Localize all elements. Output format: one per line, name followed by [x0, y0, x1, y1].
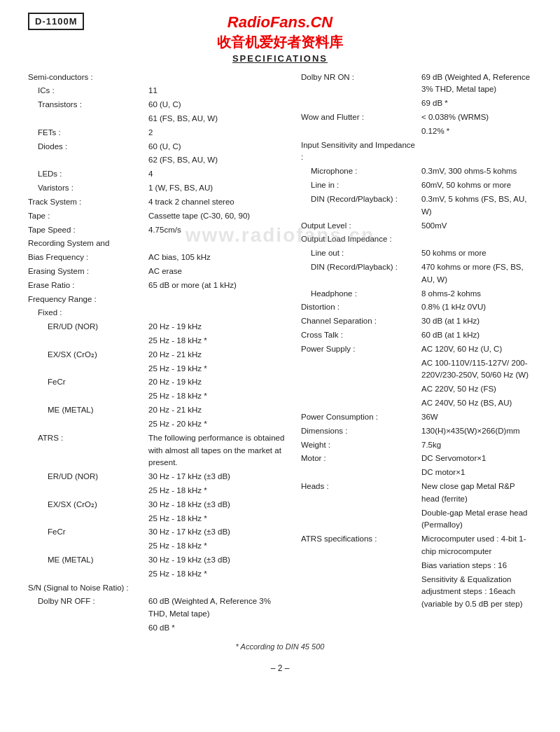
spec-row: ER/UD (NOR)30 Hz - 17 kHz (±3 dB): [28, 470, 287, 484]
spec-label: Fixed :: [28, 306, 147, 320]
spec-label: [301, 506, 420, 533]
spec-row: Track System :4 track 2 channel stereo: [28, 195, 287, 209]
spec-label: Recording System and: [28, 237, 147, 251]
spec-label-text: Recording System and: [28, 239, 109, 247]
spec-row: DIN (Record/Playback) :470 kohms or more…: [301, 261, 532, 287]
spec-value: 60 dB (at 1 kHz): [420, 329, 532, 343]
spec-row: 25 Hz - 18 kHz *: [28, 484, 287, 498]
spec-value-text: New close gap Metal R&P head (ferrite): [421, 482, 514, 503]
spec-value-text: 500mV: [421, 221, 447, 230]
spec-label-text: Frequency Range :: [28, 295, 97, 303]
spec-row: 25 Hz - 18 kHz *: [28, 389, 287, 403]
spec-row: Double-gap Metal erase head (Permalloy): [301, 506, 532, 533]
spec-row: AC 100-110V/115-127V/ 200-220V/230-250V,…: [301, 357, 532, 383]
spec-label: [301, 573, 420, 612]
model-badge: D-1100M: [28, 13, 84, 30]
spec-row: Cross Talk :60 dB (at 1 kHz): [301, 329, 532, 343]
spec-table: Dolby NR ON :69 dB (Weighted A, Referenc…: [301, 71, 532, 612]
spec-label: Distortion :: [301, 301, 420, 315]
spec-label: [301, 357, 420, 383]
spec-value-text: 20 Hz - 21 kHz: [148, 406, 202, 414]
spec-row: FETs :2: [28, 126, 287, 140]
spec-value: 30 Hz - 18 kHz (±3 dB): [147, 498, 287, 512]
spec-value: 20 Hz - 19 kHz: [147, 375, 287, 389]
spec-label: Channel Separation :: [301, 315, 420, 329]
spec-label: Dimensions :: [301, 424, 420, 438]
spec-label-text: Microphone :: [311, 167, 357, 175]
spec-label: EX/SX (CrO₂): [28, 498, 147, 512]
spec-value-text: 61 (FS, BS, AU, W): [148, 114, 218, 123]
spec-value-text: 60mV, 50 kohms or more: [421, 181, 511, 189]
spec-row: Frequency Range :: [28, 293, 287, 307]
spec-value: Sensitivity & Equalization adjustment st…: [420, 573, 532, 612]
spec-label: [28, 621, 147, 635]
spec-row: Output Load Impedance :: [301, 233, 532, 247]
spec-label: S/N (Signal to Noise Ratio) :: [28, 581, 147, 595]
spec-label-text: EX/SX (CrO₂): [48, 350, 97, 359]
spec-value-text: 20 Hz - 19 kHz: [148, 378, 202, 386]
spec-value: AC 120V, 60 Hz (U, C): [420, 343, 532, 357]
spec-value: 62 (FS, BS, AU, W): [147, 153, 287, 167]
spec-label: ER/UD (NOR): [28, 470, 147, 484]
spec-label-text: Line in :: [311, 181, 339, 189]
spec-value-text: 2: [148, 128, 153, 137]
spec-label: [301, 396, 420, 410]
spec-label: [28, 567, 147, 581]
spec-label: Frequency Range :: [28, 293, 147, 307]
spec-label-text: Headphone :: [311, 289, 357, 298]
spec-row: Sensitivity & Equalization adjustment st…: [301, 573, 532, 612]
spec-row: 60 dB *: [28, 621, 287, 635]
spec-label-text: Line out :: [311, 249, 344, 257]
spec-label-text: Fixed :: [38, 308, 62, 317]
spec-row: AC 240V, 50 Hz (BS, AU): [301, 396, 532, 410]
spec-label-text: Power Consumption :: [301, 413, 378, 421]
spec-label: Erasing System :: [28, 265, 147, 279]
spec-value-text: 30 dB (at 1 kHz): [421, 317, 479, 325]
spec-title: SPECIFICATIONS: [28, 53, 532, 64]
spec-value: New close gap Metal R&P head (ferrite): [420, 480, 532, 506]
spec-value: 4.75cm/s: [147, 223, 287, 237]
spec-row: FeCr30 Hz - 17 kHz (±3 dB): [28, 525, 287, 539]
spec-value-text: 25 Hz - 18 kHz *: [148, 486, 207, 495]
spec-value: 60 dB *: [147, 621, 287, 635]
spec-label: Power Supply :: [301, 343, 420, 357]
spec-value-text: 30 Hz - 17 kHz (±3 dB): [148, 472, 230, 481]
spec-label: [28, 389, 147, 403]
spec-row: ATRS :The following performance is obtai…: [28, 431, 287, 470]
spec-label-text: DIN (Record/Playback) :: [311, 195, 398, 203]
spec-value-text: 8 ohms-2 kohms: [421, 289, 481, 298]
spec-row: Bias variation steps : 16: [301, 559, 532, 573]
spec-row: EX/SX (CrO₂)30 Hz - 18 kHz (±3 dB): [28, 498, 287, 512]
spec-label-text: Tape :: [28, 212, 50, 220]
spec-label: [301, 97, 420, 111]
spec-label: ATRS :: [28, 431, 147, 470]
spec-label-text: ER/UD (NOR): [48, 472, 98, 481]
spec-value-text: 25 Hz - 18 kHz *: [148, 541, 207, 550]
spec-row: Power Consumption :36W: [301, 410, 532, 424]
spec-row: Channel Separation :30 dB (at 1 kHz): [301, 315, 532, 329]
spec-value-text: 1 (W, FS, BS, AU): [148, 184, 213, 192]
spec-value-text: 50 kohms or more: [421, 249, 486, 257]
spec-row: 69 dB *: [301, 97, 532, 111]
spec-value-text: 130(H)×435(W)×266(D)mm: [421, 427, 520, 435]
spec-value: 25 Hz - 18 kHz *: [147, 334, 287, 348]
spec-value: 500mV: [420, 219, 532, 233]
spec-label: ME (METAL): [28, 403, 147, 417]
spec-value: 25 Hz - 18 kHz *: [147, 567, 287, 581]
spec-label: [28, 484, 147, 498]
spec-row: Erase Ratio :65 dB or more (at 1 kHz): [28, 279, 287, 293]
spec-value-text: 65 dB or more (at 1 kHz): [148, 281, 237, 289]
spec-label: Weight :: [301, 438, 420, 453]
spec-value: 61 (FS, BS, AU, W): [147, 112, 287, 126]
spec-value: AC 240V, 50 Hz (BS, AU): [420, 396, 532, 410]
spec-value-text: 4 track 2 channel stereo: [148, 198, 234, 206]
spec-row: EX/SX (CrO₂)20 Hz - 21 kHz: [28, 348, 287, 362]
spec-label-text: Motor :: [301, 454, 326, 462]
spec-value-text: 60 (U, C): [148, 100, 181, 109]
spec-value-text: 25 Hz - 18 kHz *: [148, 514, 207, 523]
right-column: Dolby NR ON :69 dB (Weighted A, Referenc…: [294, 71, 532, 635]
spec-value-text: 30 Hz - 18 kHz (±3 dB): [148, 500, 230, 509]
spec-label-text: Wow and Flutter :: [301, 113, 364, 121]
spec-label: DIN (Record/Playback) :: [301, 193, 420, 219]
site-title: RadioFans.CN: [28, 13, 532, 33]
